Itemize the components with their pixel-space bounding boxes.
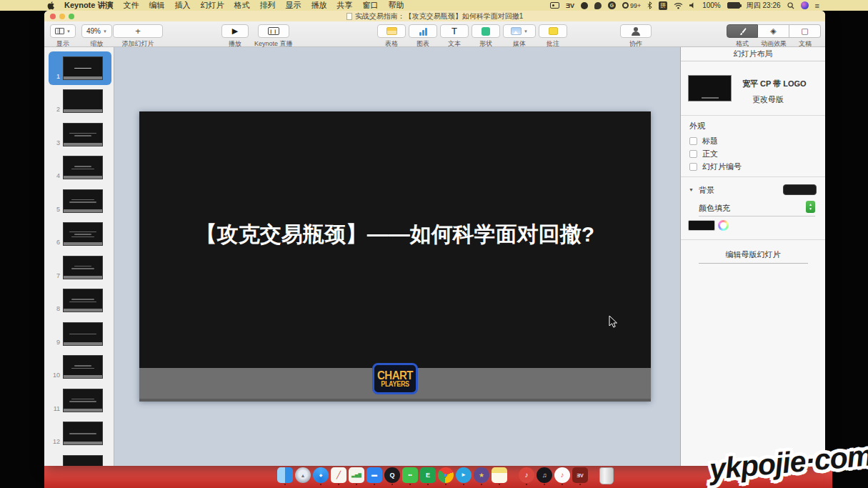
color-well[interactable]	[688, 220, 715, 231]
change-master-button[interactable]: 更改母版	[752, 94, 784, 105]
play-button[interactable]: ▶ 播放	[221, 24, 249, 49]
dark-music-icon[interactable]: ♫	[537, 467, 552, 483]
ev-menu-icon[interactable]: ƎV	[566, 2, 574, 9]
menu-item-9[interactable]: 共享	[336, 0, 352, 11]
zoom-select[interactable]: 49%▼ 缩放	[81, 24, 112, 49]
menu-item-10[interactable]: 窗口	[362, 0, 378, 11]
divider	[681, 239, 825, 240]
menu-item-5[interactable]: 格式	[234, 0, 249, 11]
appearance-option-1[interactable]: 正文	[689, 147, 742, 160]
checkbox[interactable]	[689, 163, 697, 171]
qq-icon[interactable]: Q	[384, 467, 400, 483]
menu-item-0[interactable]: Keynote 讲演	[64, 0, 113, 11]
comment-button[interactable]: 批注	[539, 24, 567, 49]
menu-item-11[interactable]: 帮助	[388, 0, 404, 11]
slide-thumbnail-3[interactable]: 3	[49, 118, 111, 151]
menu-item-6[interactable]: 排列	[259, 0, 275, 11]
slide-thumbnail-1[interactable]: 1	[49, 51, 111, 85]
document-tab[interactable]: ▢ 文稿	[789, 24, 821, 49]
slide[interactable]: 【攻克交易瓶颈】——如何科学面对回撤? CHART PLAYERS	[139, 111, 651, 402]
apple-music-icon[interactable]: ♪	[554, 467, 570, 483]
apple-icon[interactable]	[47, 1, 54, 10]
slide-thumbnail-2[interactable]: 2	[49, 85, 111, 119]
slide-thumbnail-13[interactable]: 13	[49, 450, 111, 466]
notification-center-icon[interactable]: ≡	[815, 1, 819, 10]
text-button[interactable]: T 文本	[440, 24, 469, 49]
slide-thumbnail-6[interactable]: 6	[49, 218, 111, 252]
numbers-icon[interactable]: ▃▅▇	[349, 467, 364, 483]
ev-app-icon[interactable]: ƎV	[572, 467, 588, 483]
slide-thumbnail-11[interactable]: 11	[49, 384, 111, 417]
media-button[interactable]: ▼ 媒体	[503, 24, 536, 49]
checkbox[interactable]	[689, 150, 697, 158]
animate-tab[interactable]: ◈ 动画效果	[758, 24, 789, 49]
screen-record-icon[interactable]	[550, 2, 559, 9]
background-color-swatch[interactable]	[783, 184, 817, 195]
video-app-icon[interactable]: ★	[474, 467, 489, 483]
slide-thumbnail-4[interactable]: 4	[49, 151, 111, 185]
zoom-button[interactable]	[69, 14, 74, 19]
evernote-icon[interactable]: E	[420, 467, 436, 483]
color-fill-stepper[interactable]: ▲▼	[806, 201, 815, 213]
format-tab[interactable]: 格式	[727, 24, 758, 49]
bird-app-icon[interactable]	[594, 2, 602, 9]
wechat-icon[interactable]: ••	[402, 467, 418, 483]
notes-doc-icon[interactable]: ╱	[331, 467, 346, 483]
menu-item-3[interactable]: 插入	[174, 0, 190, 11]
launchpad-icon[interactable]: ▲	[295, 467, 311, 483]
color-wheel-button[interactable]	[718, 220, 729, 231]
chart-button[interactable]: 图表	[409, 24, 437, 49]
master-thumbnail[interactable]	[688, 75, 732, 101]
safari-icon[interactable]: ◆	[313, 467, 329, 483]
slide-thumbnail-10[interactable]: 10	[49, 351, 111, 384]
g-app-icon[interactable]: G	[608, 1, 616, 9]
background-disclosure-icon[interactable]: ▼	[689, 187, 694, 192]
chrome-icon[interactable]: ●	[438, 467, 454, 483]
badge-app-icon[interactable]: 99+	[622, 2, 641, 9]
close-button[interactable]	[50, 14, 56, 19]
finder-icon[interactable]	[277, 467, 293, 483]
volume-icon[interactable]	[689, 2, 696, 9]
collaborate-button[interactable]: 协作	[620, 24, 652, 49]
keynote-icon[interactable]: ▬	[366, 467, 382, 483]
view-button[interactable]: ▼ 显示	[50, 24, 76, 49]
slide-thumbnail-9[interactable]: 9	[49, 317, 111, 351]
minimize-button[interactable]	[59, 14, 65, 19]
chart-players-logo[interactable]: CHART PLAYERS	[372, 363, 418, 394]
checkbox-label: 幻灯片编号	[702, 161, 742, 172]
menu-item-8[interactable]: 播放	[311, 0, 326, 11]
slide-canvas[interactable]: 【攻克交易瓶颈】——如何科学面对回撤? CHART PLAYERS	[114, 47, 680, 466]
checkbox[interactable]	[689, 137, 697, 145]
slide-title[interactable]: 【攻克交易瓶颈】——如何科学面对回撤?	[139, 220, 651, 249]
table-button[interactable]: 表格	[377, 24, 406, 49]
wifi-icon[interactable]	[674, 2, 683, 9]
dot-app-icon[interactable]	[581, 2, 588, 9]
menu-item-7[interactable]: 显示	[285, 0, 301, 11]
shape-button[interactable]: 形状	[472, 24, 500, 49]
menu-item-1[interactable]: 文件	[123, 0, 139, 11]
appearance-option-2[interactable]: 幻灯片编号	[689, 160, 742, 173]
input-method-icon[interactable]: 拼	[659, 1, 667, 10]
appearance-option-0[interactable]: 标题	[689, 134, 742, 147]
siri-icon[interactable]	[801, 1, 809, 9]
slide-thumbnail-8[interactable]: 8	[49, 284, 111, 318]
edit-master-button[interactable]: 编辑母版幻灯片	[681, 249, 825, 260]
sticky-notes-icon[interactable]	[492, 467, 507, 483]
menu-datetime[interactable]: 周四 23:26	[747, 1, 781, 11]
slide-thumbnail-7[interactable]: 7	[49, 251, 111, 284]
telegram-icon[interactable]: ►	[456, 467, 472, 483]
slide-thumbnail-12[interactable]: 12	[49, 417, 111, 451]
format-brush-icon	[738, 27, 747, 36]
menu-item-2[interactable]: 编辑	[149, 0, 164, 11]
slide-number: 6	[49, 239, 60, 246]
menu-item-4[interactable]: 幻灯片	[200, 0, 224, 11]
netease-music-icon[interactable]: ♪	[519, 467, 534, 483]
trash-icon[interactable]	[599, 467, 614, 484]
master-name: 宽平 CP 带 LOGO	[742, 79, 807, 89]
keynote-window: 实战交易指南：【攻克交易瓶颈】如何科学面对回撤1 ▼ 显示 49%▼ 缩放 + …	[44, 11, 825, 466]
slide-thumbnail-5[interactable]: 5	[49, 184, 111, 218]
bluetooth-icon[interactable]	[647, 1, 652, 9]
keynote-live-button[interactable]: ❙❙ Keynote 直播	[254, 24, 293, 49]
search-icon[interactable]	[787, 2, 794, 9]
add-slide-button[interactable]: + 添加幻灯片	[113, 24, 163, 49]
